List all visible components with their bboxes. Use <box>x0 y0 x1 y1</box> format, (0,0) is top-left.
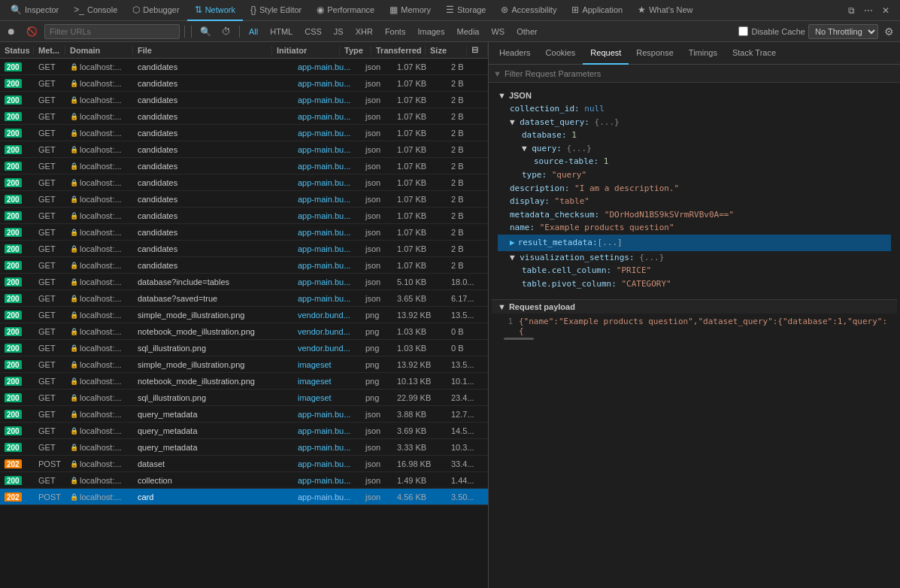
tab-performance-label: Performance <box>327 5 374 14</box>
table-row[interactable]: 200 GET 🔒 localhost:... candidates app-m… <box>0 224 488 241</box>
table-row[interactable]: 200 GET 🔒 localhost:... candidates app-m… <box>0 75 488 92</box>
throttle-select[interactable]: No Throttling Slow 3G Fast 3G Offline <box>808 24 878 39</box>
json-database-val: 1 <box>571 130 577 140</box>
table-row[interactable]: 200 GET 🔒 localhost:... candidates app-m… <box>0 208 488 224</box>
table-row[interactable]: 200 GET 🔒 localhost:... sql_illustration… <box>0 340 488 356</box>
table-row[interactable]: 200 GET 🔒 localhost:... candidates app-m… <box>0 92 488 108</box>
tab-console[interactable]: >_ Console <box>66 0 125 21</box>
table-row[interactable]: 202 POST 🔒 localhost:... card app-main.b… <box>0 489 488 505</box>
record-button[interactable]: ⏺ <box>3 25 20 38</box>
table-row[interactable]: 200 GET 🔒 localhost:... database?include… <box>0 274 488 290</box>
row-initiator: app-main.bu... <box>293 493 361 502</box>
table-body: 200 GET 🔒 localhost:... candidates app-m… <box>0 59 488 588</box>
network-icon: ⇅ <box>195 5 202 15</box>
close-devtools-button[interactable]: ✕ <box>879 4 892 17</box>
row-method: GET <box>34 244 65 253</box>
table-row[interactable]: 200 GET 🔒 localhost:... candidates app-m… <box>0 174 488 191</box>
row-transferred: 1.03 KB <box>392 344 447 353</box>
detail-tab-cookies[interactable]: Cookies <box>538 42 583 65</box>
filter-other[interactable]: Other <box>512 26 542 38</box>
row-file: dataset <box>133 459 293 468</box>
domain-text: localhost:... <box>80 493 122 502</box>
disable-cache-label[interactable]: Disable Cache <box>738 26 805 36</box>
table-row[interactable]: 200 GET 🔒 localhost:... simple_mode_illu… <box>0 356 488 373</box>
lock-icon: 🔒 <box>70 427 78 435</box>
table-row[interactable]: 200 GET 🔒 localhost:... notebook_mode_il… <box>0 373 488 389</box>
filter-all[interactable]: All <box>244 26 262 38</box>
more-tools-button[interactable]: ⋯ <box>861 4 876 17</box>
filter-css[interactable]: CSS <box>300 26 326 38</box>
responsive-mode-button[interactable]: ⧉ <box>845 4 858 17</box>
clear-button[interactable]: 🚫 <box>23 25 41 38</box>
detail-tab-headers[interactable]: Headers <box>492 42 538 65</box>
tab-accessibility[interactable]: ⊛ Accessibility <box>493 0 564 21</box>
tab-accessibility-label: Accessibility <box>511 5 556 14</box>
filter-html[interactable]: HTML <box>265 26 297 38</box>
row-domain: 🔒 localhost:... <box>65 459 133 468</box>
json-dataset-query-line[interactable]: ▼ dataset_query: {...} <box>498 116 891 129</box>
lock-icon: 🔒 <box>70 262 78 269</box>
row-file: database?include=tables <box>133 277 293 286</box>
table-row[interactable]: 200 GET 🔒 localhost:... simple_mode_illu… <box>0 307 488 323</box>
disable-cache-checkbox[interactable] <box>738 26 748 36</box>
table-row[interactable]: 202 POST 🔒 localhost:... dataset app-mai… <box>0 456 488 472</box>
json-result-metadata-line[interactable]: ▶ result_metadata: [...] <box>498 235 891 251</box>
filter-ws[interactable]: WS <box>486 26 509 38</box>
tab-memory[interactable]: ▦ Memory <box>382 0 438 21</box>
tab-inspector[interactable]: 🔍 Inspector <box>3 0 66 21</box>
tab-debugger[interactable]: ⬡ Debugger <box>125 0 186 21</box>
detail-tab-request[interactable]: Request <box>583 42 629 65</box>
row-initiator: app-main.bu... <box>293 228 361 237</box>
lock-icon: 🔒 <box>70 245 78 253</box>
tab-network[interactable]: ⇅ Network <box>187 0 243 21</box>
json-query-line[interactable]: ▼ query: {...} <box>498 142 891 156</box>
tab-application[interactable]: ⊞ Application <box>564 0 630 21</box>
status-badge: 200 <box>5 344 22 353</box>
detail-tab-response[interactable]: Response <box>629 42 681 65</box>
table-row[interactable]: 200 GET 🔒 localhost:... notebook_mode_il… <box>0 323 488 340</box>
row-type: json <box>361 112 392 121</box>
detail-tab-timings[interactable]: Timings <box>681 42 725 65</box>
table-row[interactable]: 200 GET 🔒 localhost:... candidates app-m… <box>0 59 488 75</box>
row-size: 2 B <box>447 145 488 154</box>
table-row[interactable]: 200 GET 🔒 localhost:... collection app-m… <box>0 472 488 489</box>
json-header[interactable]: ▼ JSON <box>498 89 891 102</box>
row-initiator: app-main.bu... <box>293 459 361 468</box>
table-row[interactable]: 200 GET 🔒 localhost:... candidates app-m… <box>0 257 488 274</box>
table-row[interactable]: 200 GET 🔒 localhost:... candidates app-m… <box>0 191 488 208</box>
row-status: 200 <box>0 244 34 253</box>
table-row[interactable]: 200 GET 🔒 localhost:... candidates app-m… <box>0 158 488 174</box>
row-initiator: app-main.bu... <box>293 178 361 187</box>
tab-storage[interactable]: ☰ Storage <box>438 0 494 21</box>
json-triangle-icon: ▼ <box>498 91 506 100</box>
table-row[interactable]: 200 GET 🔒 localhost:... candidates app-m… <box>0 125 488 141</box>
tab-style-editor[interactable]: {} Style Editor <box>243 0 309 21</box>
table-row[interactable]: 200 GET 🔒 localhost:... query_metadata a… <box>0 439 488 456</box>
status-badge: 200 <box>5 426 22 435</box>
filter-xhr[interactable]: XHR <box>351 26 377 38</box>
filter-images[interactable]: Images <box>413 26 449 38</box>
row-size: 10.3... <box>447 443 488 452</box>
table-row[interactable]: 200 GET 🔒 localhost:... query_metadata a… <box>0 423 488 439</box>
tab-whats-new[interactable]: ★ What's New <box>630 0 700 21</box>
table-row[interactable]: 200 GET 🔒 localhost:... candidates app-m… <box>0 108 488 125</box>
filter-js[interactable]: JS <box>329 26 348 38</box>
table-row[interactable]: 200 GET 🔒 localhost:... sql_illustration… <box>0 389 488 406</box>
table-row[interactable]: 200 GET 🔒 localhost:... query_metadata a… <box>0 406 488 423</box>
filter-urls-input[interactable] <box>44 24 180 39</box>
network-settings-button[interactable]: ⚙ <box>881 24 897 39</box>
row-size: 0 B <box>447 344 488 353</box>
search-button[interactable]: 🔍 <box>196 25 215 38</box>
filter-media[interactable]: Media <box>452 26 483 38</box>
json-viz-settings-line[interactable]: ▼ visualization_settings: {...} <box>498 251 891 265</box>
detail-content: ▼ JSON collection_id: null ▼ dataset_que… <box>489 83 900 588</box>
table-row[interactable]: 200 GET 🔒 localhost:... candidates app-m… <box>0 141 488 158</box>
filter-fonts[interactable]: Fonts <box>380 26 411 38</box>
tab-performance[interactable]: ◉ Performance <box>309 0 382 21</box>
detail-tab-stack-trace[interactable]: Stack Trace <box>725 42 783 65</box>
payload-header[interactable]: ▼ Request payload <box>492 299 897 314</box>
table-row[interactable]: 200 GET 🔒 localhost:... database?saved=t… <box>0 290 488 307</box>
har-button[interactable]: ⏱ <box>218 25 235 38</box>
lock-icon: 🔒 <box>70 411 78 418</box>
table-row[interactable]: 200 GET 🔒 localhost:... candidates app-m… <box>0 241 488 257</box>
